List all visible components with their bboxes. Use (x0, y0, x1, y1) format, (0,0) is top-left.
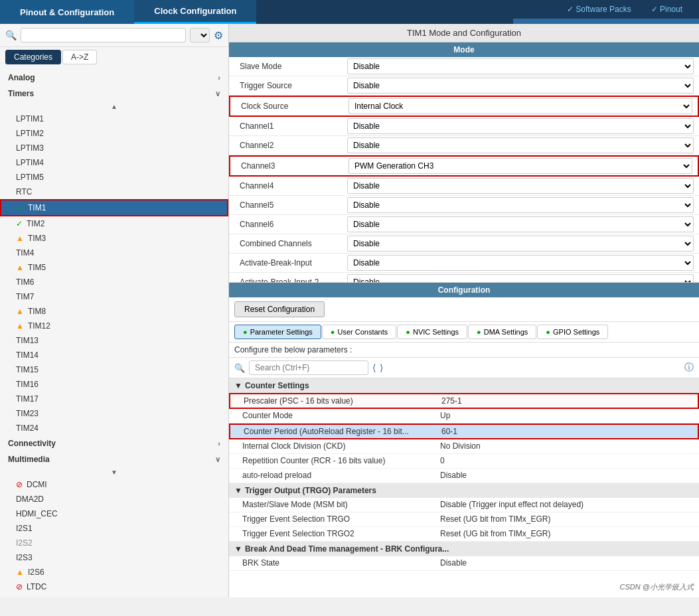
tim15-label: TIM15 (16, 365, 39, 374)
channel5-select[interactable]: Disable (347, 197, 694, 213)
clock-division-row: Internal Clock Division (CKD) No Divisio… (229, 439, 699, 454)
sidebar-item-tim3[interactable]: ▲ TIM3 (0, 231, 228, 246)
channel3-select[interactable]: PWM Generation CH3 (349, 158, 692, 174)
sidebar-item-i2s6[interactable]: ▲ I2S6 (0, 565, 228, 579)
scroll-down-btn[interactable]: ▼ (111, 469, 117, 476)
channel2-select[interactable]: Disable (347, 137, 694, 153)
channel1-select[interactable]: Disable (347, 118, 694, 134)
info-icon[interactable]: ⓘ (684, 362, 694, 374)
tab-dma-settings[interactable]: ● DMA Settings (468, 325, 536, 339)
param-settings-check-icon: ● (243, 328, 248, 336)
channel5-label: Channel5 (234, 198, 347, 212)
sidebar-item-tim16[interactable]: TIM16 (0, 377, 228, 392)
brk-header[interactable]: ▼ Break And Dead Time management - BRK C… (229, 542, 699, 556)
sidebar-item-rtc[interactable]: RTC (0, 185, 228, 199)
params-next-btn[interactable]: ⟩ (380, 362, 383, 373)
tim3-status-icon: ▲ (16, 234, 24, 243)
sidebar-item-i2s2[interactable]: I2S2 (0, 536, 228, 550)
slave-mode-select[interactable]: Disable (347, 58, 694, 74)
ltdc-label: LTDC (27, 582, 46, 591)
params-prev-btn[interactable]: ⟨ (372, 362, 376, 373)
sidebar-item-dcmi[interactable]: ⊘ DCMI (0, 477, 228, 492)
tab-nvic-settings[interactable]: ● NVIC Settings (397, 325, 467, 339)
software-packs-btn[interactable]: ✓ Software Packs (557, 5, 641, 14)
sidebar-item-tim15[interactable]: TIM15 (0, 362, 228, 377)
sidebar-item-tim1[interactable]: ✓ TIM1 (0, 199, 228, 216)
reset-config-button[interactable]: Reset Configuration (234, 301, 325, 317)
scroll-up-btn[interactable]: ▲ (111, 103, 117, 110)
combined-channels-select[interactable]: Disable (347, 236, 694, 252)
i2s6-label: I2S6 (28, 568, 44, 577)
pinout-btn[interactable]: ✓ Pinout (641, 5, 692, 14)
counter-settings-header[interactable]: ▼ Counter Settings (229, 378, 699, 393)
sidebar-item-ltdc[interactable]: ⊘ LTDC (0, 579, 228, 594)
i2s2-label: I2S2 (16, 538, 33, 548)
sidebar-item-tim8[interactable]: ▲ TIM8 (0, 304, 228, 319)
sidebar-item-tim7[interactable]: TIM7 (0, 289, 228, 304)
sidebar-item-lptim1[interactable]: LPTIM1 (0, 112, 228, 126)
sidebar-item-tim23[interactable]: TIM23 (0, 406, 228, 421)
repetition-counter-row: Repetition Counter (RCR - 16 bits value)… (229, 454, 699, 469)
dma-tab-label: DMA Settings (484, 328, 528, 336)
tab-gpio-settings[interactable]: ● GPIO Settings (537, 325, 608, 339)
counter-period-row: Counter Period (AutoReload Register - 16… (229, 424, 699, 439)
channel6-select[interactable]: Disable (347, 216, 694, 232)
params-search-input[interactable] (249, 360, 368, 375)
category-timers[interactable]: Timers ∨ (0, 86, 228, 102)
auto-reload-value: Disable (435, 469, 699, 483)
sidebar-item-dma2d[interactable]: DMA2D (0, 492, 228, 506)
brk-label: Break And Dead Time management - BRK Con… (245, 544, 449, 554)
mode-rows: Slave Mode Disable Trigger Source Disabl… (229, 57, 699, 283)
sidebar-item-tim6[interactable]: TIM6 (0, 275, 228, 289)
activate-break-select[interactable]: Disable (347, 255, 694, 271)
activate-break2-select[interactable]: Disable (347, 274, 694, 283)
sidebar-item-lptim4[interactable]: LPTIM4 (0, 155, 228, 170)
channel1-label: Channel1 (234, 119, 347, 133)
sidebar-item-tim14[interactable]: TIM14 (0, 348, 228, 362)
nav-clock[interactable]: Clock Configuration (134, 0, 256, 24)
tim1-label: TIM1 (28, 203, 46, 212)
sidebar-item-tim12[interactable]: ▲ TIM12 (0, 319, 228, 333)
sidebar-item-tim13[interactable]: TIM13 (0, 333, 228, 348)
dma2d-label: DMA2D (16, 495, 44, 504)
tab-parameter-settings[interactable]: ● Parameter Settings (234, 325, 321, 339)
category-analog-label: Analog (8, 73, 35, 82)
category-multimedia[interactable]: Multimedia ∨ (0, 451, 228, 467)
sidebar-item-tim2[interactable]: ✓ TIM2 (0, 216, 228, 231)
sidebar-item-tim5[interactable]: ▲ TIM5 (0, 260, 228, 275)
sidebar-item-tim4[interactable]: TIM4 (0, 246, 228, 260)
search-input[interactable] (21, 28, 186, 42)
sidebar-item-hdmi-cec[interactable]: HDMI_CEC (0, 506, 228, 521)
sidebar-item-lptim2[interactable]: LPTIM2 (0, 126, 228, 141)
sidebar-item-lptim5[interactable]: LPTIM5 (0, 170, 228, 185)
sidebar-item-lptim3[interactable]: LPTIM3 (0, 141, 228, 155)
category-analog[interactable]: Analog › (0, 70, 228, 86)
brk-state-value: Disable (435, 556, 699, 570)
tab-categories[interactable]: Categories (5, 50, 61, 64)
tim4-label: TIM4 (16, 248, 34, 258)
search-dropdown[interactable] (190, 28, 210, 42)
sidebar-item-tim24[interactable]: TIM24 (0, 421, 228, 435)
main-content: TIM1 Mode and Configuration Mode Slave M… (229, 24, 699, 597)
clock-source-select[interactable]: Internal Clock (349, 98, 692, 114)
tab-user-constants[interactable]: ● User Constants (322, 325, 396, 339)
prescaler-row: Prescaler (PSC - 16 bits value) 275-1 (229, 393, 699, 409)
master-slave-label: Master/Slave Mode (MSM bit) (229, 498, 435, 512)
tim6-label: TIM6 (16, 277, 34, 287)
sidebar-item-i2s1[interactable]: I2S1 (0, 521, 228, 536)
trgo-header[interactable]: ▼ Trigger Output (TRGO) Parameters (229, 483, 699, 498)
hdmi-cec-label: HDMI_CEC (16, 509, 58, 518)
category-connectivity[interactable]: Connectivity › (0, 435, 228, 451)
trigger-source-select[interactable]: Disable (347, 78, 694, 94)
gear-icon[interactable]: ⚙ (214, 29, 223, 42)
channel2-label: Channel2 (234, 138, 347, 153)
tab-atoz[interactable]: A->Z (62, 50, 97, 64)
counter-period-label: Counter Period (AutoReload Register - 16… (230, 425, 436, 438)
sidebar-item-tim17[interactable]: TIM17 (0, 392, 228, 406)
sidebar-item-i2s3[interactable]: I2S3 (0, 550, 228, 565)
activate-break2-label: Activate-Break-Input-2 (234, 275, 347, 283)
activate-break2-row: Activate-Break-Input-2 Disable (229, 273, 699, 283)
channel4-select[interactable]: Disable (347, 178, 694, 194)
nav-pinout[interactable]: Pinout & Configuration (0, 0, 134, 24)
channel3-row: Channel3 PWM Generation CH3 (229, 155, 699, 177)
